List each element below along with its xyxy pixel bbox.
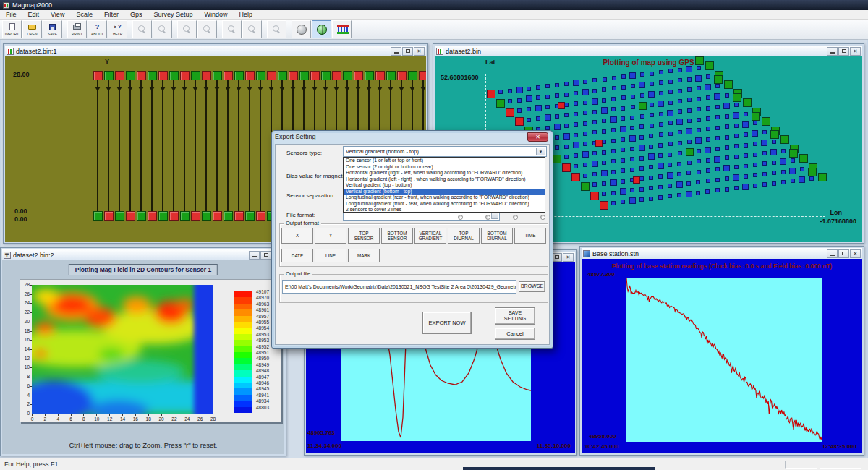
gps-point xyxy=(658,195,663,200)
toolbar-save-button[interactable]: SAVE xyxy=(43,20,62,38)
format-button-vertical-gradient[interactable]: VERTICAL GRADIENT xyxy=(414,228,446,244)
format-button-top-sensor[interactable]: TOP SENSOR xyxy=(348,228,380,244)
gps-point xyxy=(658,101,664,107)
close-button[interactable]: ✕ xyxy=(414,47,425,56)
toolbar-button-label: OPEN xyxy=(27,32,37,36)
save-setting-button[interactable]: SAVE SETTING xyxy=(495,307,535,325)
minimize-button[interactable] xyxy=(827,47,838,56)
gps-line-start-marker xyxy=(581,182,590,191)
gps-point xyxy=(697,118,701,122)
close-button[interactable]: ✕ xyxy=(563,253,574,262)
format-button-bottom-diurnal[interactable]: BOTTOM DIURNAL xyxy=(481,228,513,244)
toolbar-print-button[interactable]: PRINT xyxy=(67,20,87,38)
survey-line xyxy=(151,80,153,211)
colorbar-swatch xyxy=(234,388,252,394)
gps-point xyxy=(639,176,644,181)
chevron-down-icon[interactable]: ▼ xyxy=(536,148,545,155)
toolbar-import-button[interactable]: IMPORT xyxy=(2,20,22,38)
maximize-button[interactable] xyxy=(260,251,271,260)
gps-point xyxy=(706,168,710,173)
contour-heatmap[interactable] xyxy=(32,285,213,414)
format-button-x[interactable]: X xyxy=(281,228,313,244)
toolbar-zoom-button-2[interactable] xyxy=(153,20,172,38)
menu-edit[interactable]: Edit xyxy=(22,11,46,18)
gps-point xyxy=(602,181,606,186)
format-button-y[interactable]: Y xyxy=(315,228,346,244)
sensor-option[interactable]: Longitudinal gradient (rear - front, whe… xyxy=(344,195,545,201)
grid-marker-top xyxy=(213,71,222,80)
toolbar-zoom-button-4[interactable] xyxy=(197,20,217,38)
format-button-date[interactable]: DATE xyxy=(281,249,313,262)
sensors-type-dropdown-list[interactable]: One sensor (1 or left or top or front)On… xyxy=(343,157,545,213)
grid-marker-top xyxy=(267,71,276,80)
grid-marker-top xyxy=(310,71,320,80)
maximize-button[interactable] xyxy=(402,47,413,56)
format-button-line[interactable]: LINE xyxy=(315,249,346,262)
format-radio-2[interactable] xyxy=(485,215,490,220)
format-button-top-diurnal[interactable]: TOP DIURNAL xyxy=(448,228,480,244)
sensor-option[interactable]: One sensor (2 or right or bottom or rear… xyxy=(344,164,545,171)
format-button-time[interactable]: TIME xyxy=(514,228,546,244)
toolbar-zoom-button-3[interactable] xyxy=(177,20,197,38)
close-button[interactable]: ✕ xyxy=(850,249,861,258)
toolbar-zoom-button-5[interactable] xyxy=(222,20,242,38)
toolbar-zoom-button-6[interactable] xyxy=(242,20,262,38)
toolbar-pan-sphere-button[interactable] xyxy=(292,20,311,38)
gps-point xyxy=(791,179,795,183)
sensor-option[interactable]: Horizontal gradient (right - left, when … xyxy=(344,170,545,176)
browse-button[interactable]: BROWSE xyxy=(519,281,545,292)
sensor-option[interactable]: Vertical gradient (top - bottom) xyxy=(344,182,545,189)
maximize-button[interactable] xyxy=(838,47,849,56)
base-plot-body[interactable]: Plotting of base station readings (Clock… xyxy=(582,259,862,453)
gps-point xyxy=(706,106,710,111)
window-titlebar[interactable]: Base station.stn ✕ xyxy=(582,248,862,259)
format-radio-3[interactable] xyxy=(513,215,518,220)
format-radio-1[interactable] xyxy=(458,215,463,220)
colorbar-swatch xyxy=(234,322,252,328)
minimize-button[interactable] xyxy=(827,249,838,258)
y-tick-mark xyxy=(30,285,32,286)
sensor-option[interactable]: One sensor (1 or left or top or front) xyxy=(344,158,545,164)
close-button[interactable]: ✕ xyxy=(850,47,861,56)
base-plot-area[interactable] xyxy=(626,278,822,442)
menu-help[interactable]: Help xyxy=(233,11,258,18)
window-titlebar[interactable]: dataset2.bin:1 ✕ xyxy=(5,46,426,56)
sensor-option[interactable]: Horizontal gradient (left - right) , whe… xyxy=(344,176,545,183)
toolbar-help-button[interactable]: ?HELP xyxy=(108,20,127,38)
maximize-button[interactable] xyxy=(838,249,849,258)
window-titlebar[interactable]: dataset2.bin ✕ xyxy=(435,46,862,56)
gps-point xyxy=(678,130,682,134)
window-titlebar[interactable]: dataset2.bin:2 ✕ xyxy=(2,249,284,260)
dialog-close-button[interactable]: ✕ xyxy=(527,132,548,142)
menu-filter[interactable]: Filter xyxy=(98,11,124,18)
toolbar-open-button[interactable]: OPEN xyxy=(22,20,42,38)
menu-window[interactable]: Window xyxy=(198,11,233,18)
cancel-button[interactable]: Cancel xyxy=(495,328,535,340)
menu-gps[interactable]: Gps xyxy=(124,11,148,18)
minimize-button[interactable] xyxy=(391,47,401,56)
toolbar-gps-sphere-button[interactable] xyxy=(312,20,331,38)
app-titlebar[interactable]: Magmap2000 xyxy=(0,0,868,10)
toolbar-about-button[interactable]: ?ABOUT xyxy=(88,20,107,38)
format-radio-4[interactable] xyxy=(540,215,545,220)
output-file-field[interactable]: E:\00 Matt's Documents\Work\Geomatrix\Da… xyxy=(282,280,516,294)
menu-file[interactable]: File xyxy=(0,11,22,18)
format-button-mark[interactable]: MARK xyxy=(348,249,380,262)
minimize-button[interactable] xyxy=(249,251,260,260)
menu-view[interactable]: View xyxy=(45,11,70,18)
sensor-option[interactable]: 2 sensors to cover 2 lines xyxy=(344,207,545,213)
format-button-bottom-sensor[interactable]: BOTTOM SENSOR xyxy=(381,228,413,244)
toolbar-zoom-button-7[interactable] xyxy=(267,20,286,38)
toolbar-zoom-button-1[interactable] xyxy=(132,20,152,38)
gps-point xyxy=(574,112,578,116)
menu-survey-setup[interactable]: Survey Setup xyxy=(148,11,198,18)
sensor-option[interactable]: Longitudinal gradient (front - rear, whe… xyxy=(344,201,545,208)
sensors-type-combobox[interactable]: Vertical gradient (bottom - top) ▼ xyxy=(343,146,547,157)
gps-point xyxy=(582,151,589,158)
export-now-button[interactable]: EXPORT NOW xyxy=(422,312,472,334)
grid-marker-top xyxy=(375,71,385,80)
gps-point xyxy=(630,147,634,151)
menu-scale[interactable]: Scale xyxy=(70,11,98,18)
sensor-option[interactable]: Vertical gradient (bottom - top) xyxy=(344,189,545,195)
toolbar-survey-lines-button[interactable] xyxy=(332,20,352,38)
